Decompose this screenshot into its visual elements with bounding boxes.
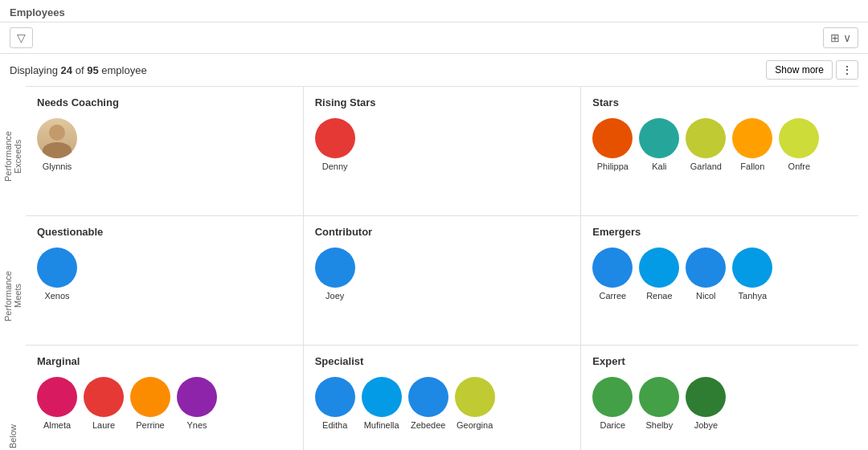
y-label-below: Below	[0, 366, 26, 450]
avatars-expert: Darice Shelby Jobye	[592, 377, 847, 430]
avatar-circle-almeta	[37, 377, 77, 417]
avatar-circle-glynnis	[37, 118, 77, 158]
avatars-specialist: Editha Mufinella Zebedee	[315, 377, 570, 430]
grid-row-below: Marginal Almeta Laure	[26, 346, 858, 450]
status-bar: Displaying 24 of 95 employee Show more ⋮	[0, 54, 868, 86]
avatar-glynnis[interactable]: Glynnis	[37, 118, 77, 171]
avatars-needs-coaching: Glynnis	[37, 118, 292, 171]
avatar-perrine[interactable]: Perrine	[130, 377, 170, 430]
avatar-circle-mufinella	[362, 377, 402, 417]
avatar-mufinella[interactable]: Mufinella	[362, 377, 402, 430]
avatar-circle-laure	[84, 377, 124, 417]
avatar-circle-georgina	[455, 377, 495, 417]
y-axis: PerformanceExceeds PerformanceMeets Belo…	[0, 86, 26, 450]
view-toggle-button[interactable]: ⊞ ∨	[823, 27, 858, 48]
avatar-circle-zebedee	[408, 377, 448, 417]
avatar-tanhya[interactable]: Tanhya	[732, 248, 772, 301]
avatar-almeta[interactable]: Almeta	[37, 377, 77, 430]
toolbar-right: ⊞ ∨	[823, 27, 858, 48]
avatar-xenos[interactable]: Xenos	[37, 248, 77, 301]
cell-title-needs-coaching: Needs Coaching	[37, 96, 292, 108]
avatar-circle-perrine	[130, 377, 170, 417]
status-actions: Show more ⋮	[766, 60, 858, 80]
total-count: 95	[87, 64, 98, 76]
avatar-georgina[interactable]: Georgina	[455, 377, 495, 430]
cell-title-specialist: Specialist	[315, 355, 570, 367]
avatar-circle-tanhya	[732, 248, 772, 288]
status-text: Displaying 24 of 95 employee	[10, 64, 147, 76]
app-header: Employees	[0, 0, 868, 22]
cell-stars: Stars Philippa Kali	[581, 87, 858, 215]
cell-rising-stars: Rising Stars Denny	[304, 87, 582, 215]
avatar-nicol[interactable]: Nicol	[686, 248, 726, 301]
avatar-ynes[interactable]: Ynes	[177, 377, 217, 430]
show-more-button[interactable]: Show more	[766, 60, 833, 80]
avatar-circle-carree	[592, 248, 633, 288]
main-grid: PerformanceExceeds PerformanceMeets Belo…	[0, 86, 868, 450]
avatar-circle-jobye	[686, 377, 726, 417]
avatar-garland[interactable]: Garland	[686, 118, 726, 171]
cell-questionable: Questionable Xenos	[26, 216, 304, 345]
avatar-philippa[interactable]: Philippa	[592, 118, 633, 171]
avatar-circle-ynes	[177, 377, 217, 417]
avatar-jobye[interactable]: Jobye	[686, 377, 726, 430]
filter-button[interactable]: ▽	[10, 27, 33, 48]
cell-title-rising-stars: Rising Stars	[315, 96, 570, 108]
cell-title-questionable: Questionable	[37, 226, 292, 238]
avatar-carree[interactable]: Carree	[592, 248, 633, 301]
avatar-circle-shelby	[639, 377, 679, 417]
cell-needs-coaching: Needs Coaching Glynnis	[26, 87, 304, 215]
avatar-circle-joey	[315, 248, 355, 288]
cell-title-expert: Expert	[592, 355, 847, 367]
cell-specialist: Specialist Editha Mufinella	[304, 346, 582, 450]
avatar-circle-editha	[315, 377, 355, 417]
cell-marginal: Marginal Almeta Laure	[26, 346, 304, 450]
avatar-editha[interactable]: Editha	[315, 377, 355, 430]
avatar-circle-fallon	[732, 118, 772, 158]
avatar-fallon[interactable]: Fallon	[732, 118, 772, 171]
grid-rows: Needs Coaching Glynnis Rising Stars	[26, 86, 858, 450]
avatar-renae[interactable]: Renae	[639, 248, 679, 301]
avatars-emergers: Carree Renae Nicol	[592, 248, 847, 301]
cell-title-stars: Stars	[592, 96, 847, 108]
cell-contributor: Contributor Joey	[304, 216, 582, 345]
avatar-zebedee[interactable]: Zebedee	[408, 377, 448, 430]
avatar-circle-philippa	[592, 118, 633, 158]
app-container: Employees ▽ ⊞ ∨ Displaying 24 of 95 empl…	[0, 0, 868, 450]
avatar-circle-kali	[639, 118, 679, 158]
avatar-denny[interactable]: Denny	[315, 118, 355, 171]
cell-title-contributor: Contributor	[315, 226, 570, 238]
more-options-button[interactable]: ⋮	[836, 60, 858, 80]
avatar-circle-xenos	[37, 248, 77, 288]
avatar-laure[interactable]: Laure	[84, 377, 124, 430]
avatar-circle-renae	[639, 248, 679, 288]
avatar-shelby[interactable]: Shelby	[639, 377, 679, 430]
view-icon: ⊞ ∨	[830, 31, 851, 44]
avatar-circle-darice	[592, 377, 633, 417]
avatars-rising-stars: Denny	[315, 118, 570, 171]
cell-emergers: Emergers Carree Renae	[581, 216, 858, 345]
avatars-questionable: Xenos	[37, 248, 292, 301]
cell-title-marginal: Marginal	[37, 355, 292, 367]
avatars-contributor: Joey	[315, 248, 570, 301]
grid-row-meets: Questionable Xenos Contributor	[26, 216, 858, 346]
cell-expert: Expert Darice Shelby	[581, 346, 858, 450]
cell-title-emergers: Emergers	[592, 226, 847, 238]
app-title: Employees	[10, 6, 65, 18]
avatar-onfre[interactable]: Onfre	[779, 118, 819, 171]
avatars-marginal: Almeta Laure Perrine	[37, 377, 292, 430]
avatar-darice[interactable]: Darice	[592, 377, 633, 430]
avatars-stars: Philippa Kali Garland	[592, 118, 847, 171]
grid-row-exceeds: Needs Coaching Glynnis Rising Stars	[26, 86, 858, 216]
current-count: 24	[61, 64, 72, 76]
y-label-meets: PerformanceMeets	[0, 226, 26, 366]
toolbar: ▽ ⊞ ∨	[0, 22, 868, 54]
y-label-exceeds: PerformanceExceeds	[0, 86, 26, 226]
avatar-circle-nicol	[686, 248, 726, 288]
avatar-circle-onfre	[779, 118, 819, 158]
grid-content: Needs Coaching Glynnis Rising Stars	[26, 86, 858, 450]
avatar-joey[interactable]: Joey	[315, 248, 355, 301]
avatar-circle-garland	[686, 118, 726, 158]
avatar-kali[interactable]: Kali	[639, 118, 679, 171]
filter-icon: ▽	[17, 31, 26, 44]
